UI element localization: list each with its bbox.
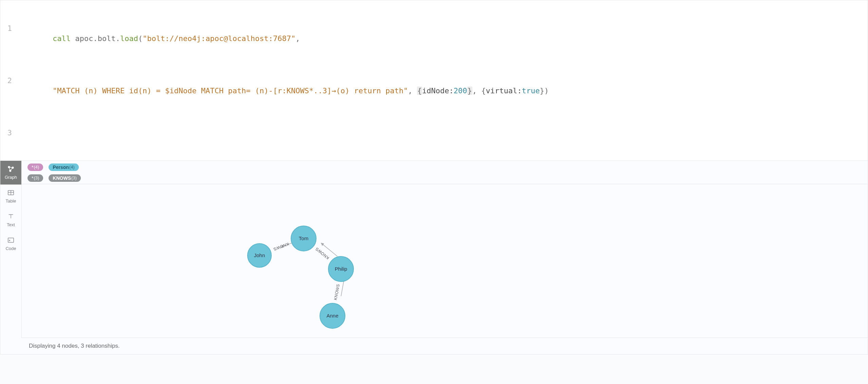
cypher-string: "bolt://neo4j:apoc@localhost:7687"	[143, 34, 295, 43]
cypher-function: load	[120, 34, 138, 43]
graph-edge	[321, 243, 337, 256]
graph-node-anne[interactable]: Anne	[320, 303, 345, 329]
cypher-brace: }	[467, 87, 472, 95]
cypher-punct: ,	[295, 34, 300, 43]
chip-text: *	[32, 175, 33, 181]
chip-count: (4)	[69, 165, 75, 170]
result-main: *(4) Person(4) *(3) KNOWS(3)	[21, 161, 868, 354]
tab-table[interactable]: Table	[0, 185, 21, 208]
cypher-param: virtual:	[486, 87, 522, 95]
graph-node-philip[interactable]: Philip	[328, 256, 354, 282]
cypher-punct: ,	[472, 87, 482, 95]
graph-edge-label: KNOWS	[273, 242, 290, 252]
cypher-keyword: call	[53, 34, 71, 43]
svg-line-5	[10, 168, 13, 171]
tab-label: Code	[5, 246, 16, 251]
result-area: Graph Table Text Code	[0, 161, 868, 354]
tab-text[interactable]: Text	[0, 208, 21, 232]
tab-label: Graph	[5, 175, 17, 180]
chip-text: *	[32, 165, 33, 170]
status-text: Displaying 4 nodes, 3 relationships.	[29, 343, 120, 349]
line-number: 1	[0, 23, 17, 55]
graph-node-john[interactable]: John	[247, 243, 272, 268]
code-icon	[7, 236, 15, 244]
tab-code[interactable]: Code	[0, 232, 21, 256]
cypher-bool: true	[522, 87, 540, 95]
cypher-punct: ,	[408, 87, 417, 95]
chip-all-nodes[interactable]: *(4)	[28, 164, 43, 171]
svg-rect-9	[8, 238, 14, 243]
line-number: 2	[0, 76, 17, 107]
graph-icon	[7, 165, 15, 173]
chip-count: (4)	[34, 165, 39, 170]
chip-count: (3)	[71, 175, 77, 180]
tab-label: Text	[7, 222, 15, 227]
tab-label: Table	[5, 198, 16, 204]
cypher-ident: apoc.bolt.	[75, 34, 120, 43]
app-frame: 1 call apoc.bolt.load("bolt://neo4j:apoc…	[0, 0, 868, 354]
line-number: 3	[0, 128, 17, 138]
graph-canvas[interactable]: JohnTomPhilipAnneKNOWSKNOWSKNOWS	[21, 184, 868, 338]
graph-node-tom[interactable]: Tom	[291, 226, 317, 251]
cypher-brace: {	[481, 87, 486, 95]
cypher-param: idNode:	[422, 87, 454, 95]
graph-edge-label: KNOWS	[314, 246, 330, 260]
table-icon	[7, 189, 15, 196]
graph-edge-label: KNOWS	[333, 284, 340, 301]
query-editor[interactable]: 1 call apoc.bolt.load("bolt://neo4j:apoc…	[0, 0, 868, 161]
chip-person-label[interactable]: Person(4)	[49, 164, 78, 171]
text-icon	[7, 213, 15, 220]
chips-bar: *(4) Person(4) *(3) KNOWS(3)	[21, 161, 868, 184]
cypher-number: 200	[454, 87, 467, 95]
chip-text: Person	[53, 165, 69, 170]
cypher-brace: })	[540, 87, 549, 95]
tab-graph[interactable]: Graph	[0, 161, 21, 185]
cypher-brace: {	[417, 87, 422, 95]
chip-text: KNOWS	[53, 175, 71, 181]
chip-count: (3)	[34, 175, 39, 180]
chip-all-rels[interactable]: *(3)	[28, 174, 43, 182]
edge-layer	[22, 184, 868, 338]
status-bar: Displaying 4 nodes, 3 relationships.	[21, 338, 868, 354]
view-rail: Graph Table Text Code	[0, 161, 21, 354]
chip-knows-rel[interactable]: KNOWS(3)	[49, 174, 81, 182]
cypher-string: "MATCH (n) WHERE id(n) = $idNode MATCH p…	[53, 87, 408, 95]
